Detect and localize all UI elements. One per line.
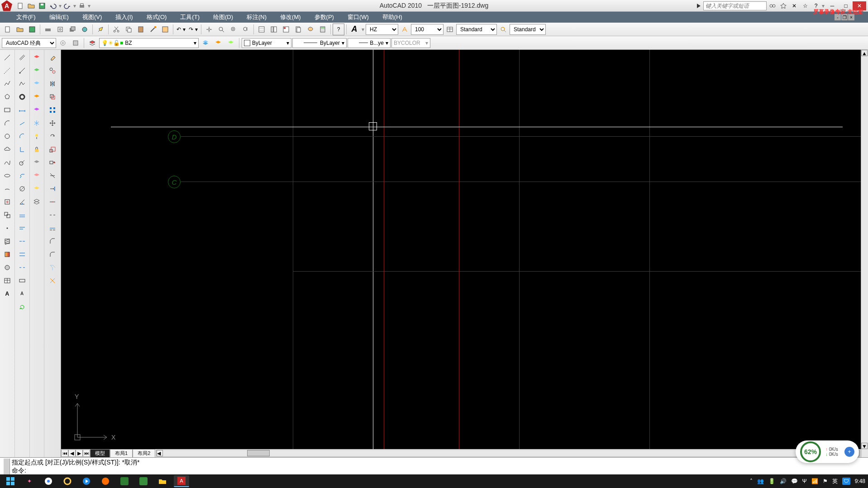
line-icon[interactable] [0,51,14,64]
height-dropdown[interactable]: 100 [411,24,444,35]
dim-baseline-icon[interactable] [15,221,29,234]
save-file-icon[interactable] [26,24,38,35]
dim-jogged-icon[interactable] [15,169,29,182]
dim-linear-icon[interactable] [15,103,29,116]
make-block-icon[interactable] [0,208,14,221]
dim-aligned-icon[interactable] [15,116,29,129]
ime-indicator[interactable]: 英 [832,478,838,485]
insert-block-icon[interactable] [0,195,14,208]
workspace-gear-icon[interactable] [70,37,81,49]
layer-s1-icon[interactable] [30,51,43,64]
tab-layout1[interactable]: 布局1 [110,449,133,458]
stretch-icon[interactable] [46,156,59,169]
menu-draw[interactable]: 绘图(D) [210,12,236,22]
binoculars-icon[interactable] [768,1,777,10]
mtext-icon[interactable]: A [0,287,14,300]
array-icon[interactable] [46,103,59,116]
circle-icon[interactable] [0,129,14,143]
undo-icon[interactable] [48,1,58,10]
exchange-icon[interactable]: ✕ [789,1,799,10]
table-style-icon[interactable] [444,24,456,35]
app-green1-icon[interactable] [117,475,132,487]
v-scrollbar[interactable]: ▲ ▼ [861,50,868,457]
highlight-icon[interactable] [95,24,106,35]
dim-style-dropdown[interactable]: Standard [510,24,546,35]
workspace-settings-icon[interactable] [57,37,69,49]
dim-style-icon[interactable] [497,24,509,35]
menu-help[interactable]: 帮助(H) [380,12,405,22]
polyline-icon[interactable] [0,77,14,90]
offset-icon[interactable] [46,90,59,103]
tab-layout2[interactable]: 布局2 [133,449,155,458]
explode-icon[interactable] [46,274,59,287]
mtext-a-icon[interactable]: A [15,287,29,300]
layer-s4-icon[interactable] [30,90,43,103]
media-player-icon[interactable] [79,475,94,487]
layer-s3-icon[interactable] [30,77,43,90]
tab-first-icon[interactable]: ⏮ [61,450,68,457]
workspace-dropdown[interactable]: AutoCAD 经典 [2,38,56,48]
network-speed-widget[interactable]: 62% ↑ 0K/s ↓ 0K/s + [796,440,859,463]
new-file-icon[interactable] [2,24,14,35]
infocenter-play-icon[interactable] [697,4,701,8]
layer-iso-icon[interactable] [225,37,237,49]
block-editor-icon[interactable] [159,24,171,35]
zoom-window-icon[interactable] [228,24,239,35]
zoom-rt-icon[interactable] [215,24,227,35]
color-dropdown[interactable]: ByLayer▾ [242,38,291,48]
menu-window[interactable]: 窗口(W) [345,12,372,22]
3d-fillet-icon[interactable] [46,261,59,274]
dim-angular-icon[interactable] [15,195,29,208]
app-green2-icon[interactable] [136,475,151,487]
linetype-dropdown[interactable]: ByLayer▾ [292,38,347,48]
plot-preview-icon[interactable] [54,24,66,35]
scroll-thumb[interactable] [247,450,270,456]
menu-edit[interactable]: 编辑(E) [47,12,72,22]
cut-icon[interactable] [110,24,122,35]
gradient-icon[interactable] [0,248,14,261]
text-style-icon[interactable]: A [348,24,360,35]
open-icon[interactable] [26,1,36,10]
construction-line-icon[interactable] [0,64,14,77]
menu-format[interactable]: 格式(O) [144,12,170,22]
properties-icon[interactable] [256,24,267,35]
tab-next-icon[interactable]: ▶ [76,450,83,457]
tab-model[interactable]: 模型 [90,449,110,458]
new-icon[interactable] [15,1,25,10]
tray-people-icon[interactable]: 👥 [757,478,764,484]
scale-icon[interactable] [46,143,59,156]
font-dropdown[interactable]: HZ [366,24,398,35]
redo-btn-icon[interactable]: ↷ ▾ [187,24,199,35]
file-explorer-icon[interactable] [155,475,170,487]
layer-s9-icon[interactable] [30,156,43,169]
tray-network-icon[interactable]: 📶 [811,478,818,484]
design-center-icon[interactable] [268,24,280,35]
autocad-task-icon[interactable]: A [174,475,189,487]
search-input[interactable] [703,1,767,10]
layer-s2-icon[interactable] [30,64,43,77]
pan-icon[interactable] [203,24,215,35]
help-btn-icon[interactable]: ? [333,24,344,35]
dim-arc-icon[interactable] [15,129,29,143]
undo-btn-icon[interactable]: ↶ ▾ [175,24,187,35]
menu-dimension[interactable]: 标注(N) [244,12,269,22]
rectangle-icon[interactable] [0,103,14,116]
tray-security-icon[interactable]: 🛡 [842,478,850,485]
menu-modify[interactable]: 修改(M) [277,12,304,22]
dim-ordinate-icon[interactable] [15,143,29,156]
paste-icon[interactable] [135,24,147,35]
menu-view[interactable]: 视图(V) [80,12,105,22]
redo-icon[interactable] [62,1,72,10]
text-height-icon[interactable] [399,24,410,35]
browser-globe-icon[interactable] [60,475,75,487]
match-prop-icon[interactable] [147,24,159,35]
menu-tools[interactable]: 工具(T) [177,12,202,22]
quick-dim-icon[interactable] [15,208,29,221]
dim-space-icon[interactable] [15,248,29,261]
layer-s12-icon[interactable] [30,195,43,208]
table-icon[interactable] [0,274,14,287]
menu-parametric[interactable]: 参数(P) [312,12,337,22]
start-button[interactable] [3,475,18,487]
extend-icon[interactable] [46,182,59,195]
tray-action-icon[interactable]: 💬 [791,478,798,484]
